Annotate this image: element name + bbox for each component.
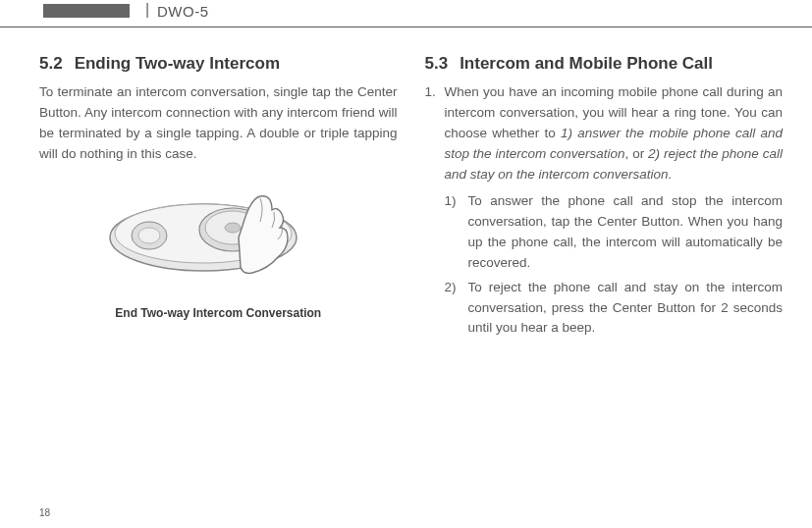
svg-point-4 (225, 223, 241, 233)
list-item: 1) To answer the phone call and stop the… (445, 191, 784, 274)
section-number: 5.3 (425, 51, 449, 77)
list-item-body: When you have an incoming mobile phone c… (445, 82, 784, 339)
numbered-sub-list: 1) To answer the phone call and stop the… (445, 191, 784, 339)
list-item-body: To answer the phone call and stop the in… (468, 191, 784, 274)
header-brand-bar (43, 4, 130, 18)
section-title: Ending Two-way Intercom (75, 53, 280, 74)
column-left: 5.2 Ending Two-way Intercom To terminate… (39, 51, 398, 339)
section-5-3-heading: 5.3 Intercom and Mobile Phone Call (425, 51, 784, 77)
page-header: | DWO-5 (0, 0, 812, 27)
svg-point-6 (138, 228, 160, 243)
section-5-2-heading: 5.2 Ending Two-way Intercom (39, 51, 398, 77)
list-item-body: To reject the phone call and stay on the… (468, 278, 784, 340)
list-item: 2) To reject the phone call and stay on … (445, 278, 784, 340)
text-run: , or (625, 146, 648, 161)
page-number: 18 (39, 507, 50, 518)
page-content: 5.2 Ending Two-way Intercom To terminate… (0, 27, 812, 339)
list-item-number: 2) (445, 278, 468, 340)
list-item: 1. When you have an incoming mobile phon… (425, 82, 784, 339)
section-5-2-paragraph: To terminate an intercom conversation, s… (39, 82, 398, 165)
device-tap-illustration (95, 179, 341, 296)
column-right: 5.3 Intercom and Mobile Phone Call 1. Wh… (425, 51, 784, 339)
list-item-number: 1. (425, 82, 445, 339)
list-item-number: 1) (445, 191, 468, 274)
header-model-label: DWO-5 (157, 3, 209, 20)
figure-caption: End Two-way Intercom Conversation (90, 304, 346, 323)
header-divider: | (145, 1, 149, 19)
section-number: 5.2 (39, 51, 63, 77)
figure-end-intercom: End Two-way Intercom Conversation (90, 179, 346, 323)
section-title: Intercom and Mobile Phone Call (460, 53, 713, 74)
numbered-list: 1. When you have an incoming mobile phon… (425, 82, 784, 339)
